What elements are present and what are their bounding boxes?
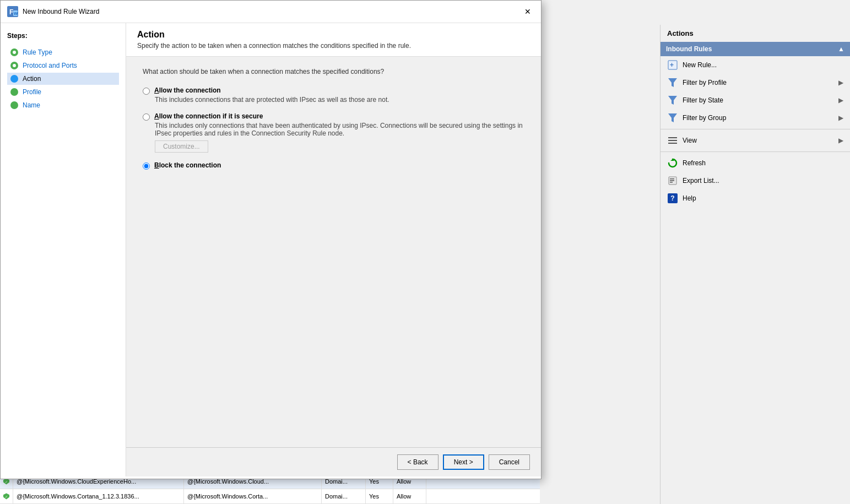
svg-rect-9 — [668, 137, 677, 138]
svg-text:✓: ✓ — [5, 495, 8, 498]
step-label: Action — [23, 75, 41, 83]
svg-rect-15 — [670, 180, 674, 181]
actions-item-filter-profile[interactable]: Filter by Profile▶ — [660, 74, 850, 91]
step-dot — [10, 75, 18, 83]
submenu-arrow-icon: ▶ — [838, 79, 843, 86]
customize-button[interactable]: Customize... — [155, 140, 208, 153]
actions-item-label: New Rule... — [683, 61, 717, 69]
table-cell: Domai... — [322, 489, 366, 503]
radio-options: Allow the connectionThis includes connec… — [143, 86, 524, 170]
step-label: Rule Type — [23, 48, 52, 56]
actions-item-label: View — [683, 137, 697, 144]
svg-rect-16 — [670, 182, 673, 183]
radio-input-block[interactable] — [143, 162, 150, 170]
step-item-action[interactable]: Action — [7, 73, 119, 85]
radio-input-allow-secure[interactable] — [143, 113, 150, 121]
steps-heading: Steps: — [7, 32, 119, 40]
radio-label[interactable]: Block the connection — [143, 161, 524, 170]
svg-text:W: W — [14, 11, 18, 16]
svg-rect-11 — [668, 143, 677, 144]
svg-rect-14 — [670, 178, 674, 180]
step-item-profile[interactable]: Profile — [7, 86, 119, 98]
next-button[interactable]: Next > — [443, 454, 484, 470]
wizard-heading: Action — [137, 30, 530, 40]
step-label: Profile — [23, 88, 41, 96]
wizard-content-header: Action Specify the action to be taken wh… — [126, 23, 541, 57]
wizard-content-body: What action should be taken when a conne… — [126, 57, 541, 447]
radio-label[interactable]: Allow the connection — [143, 86, 524, 95]
back-button[interactable]: < Back — [397, 454, 438, 470]
radio-description: This includes only connections that have… — [155, 122, 524, 137]
view-icon — [667, 135, 678, 146]
svg-marker-6 — [668, 78, 677, 87]
svg-point-21 — [13, 51, 16, 54]
inbound-rules-label: Inbound Rules — [666, 45, 712, 53]
submenu-arrow-icon: ▶ — [838, 114, 843, 122]
filter-icon — [667, 95, 678, 106]
inbound-rules-section[interactable]: Inbound Rules ▲ — [660, 42, 850, 56]
actions-divider — [660, 129, 850, 129]
table-row[interactable]: ✓@{Microsoft.Windows.Cortana_1.12.3.1836… — [0, 489, 540, 504]
step-dot — [10, 62, 18, 69]
actions-item-label: Export List... — [683, 177, 719, 185]
radio-title: Block the connection — [154, 161, 221, 169]
svg-rect-10 — [668, 140, 677, 141]
titlebar-icon: F W — [7, 6, 18, 17]
actions-item-new-rule[interactable]: +New Rule... — [660, 56, 850, 74]
step-item-protocol-ports[interactable]: Protocol and Ports — [7, 59, 119, 72]
wizard-description: Specify the action to be taken when a co… — [137, 42, 530, 50]
cancel-button[interactable]: Cancel — [489, 454, 530, 470]
svg-marker-7 — [668, 96, 677, 105]
wizard-main: Action Specify the action to be taken wh… — [126, 23, 541, 476]
new-rule-icon: + — [667, 59, 678, 71]
step-label: Name — [23, 101, 40, 109]
filter-icon — [667, 77, 678, 88]
row-icon: ✓ — [0, 489, 13, 503]
step-item-name[interactable]: Name — [7, 99, 119, 111]
radio-option-allow: Allow the connectionThis includes connec… — [143, 86, 524, 104]
actions-item-label: Filter by Profile — [683, 79, 727, 86]
actions-panel: Actions Inbound Rules ▲ +New Rule...Filt… — [660, 25, 850, 504]
step-label: Protocol and Ports — [23, 62, 77, 69]
svg-text:F: F — [9, 8, 13, 16]
actions-item-filter-group[interactable]: Filter by Group▶ — [660, 109, 850, 127]
svg-text:✓: ✓ — [5, 480, 8, 484]
question-text: What action should be taken when a conne… — [143, 68, 524, 75]
wizard-body: Steps: Rule TypeProtocol and PortsAction… — [1, 23, 541, 476]
wizard-steps: Steps: Rule TypeProtocol and PortsAction… — [1, 23, 126, 476]
actions-item-view[interactable]: View▶ — [660, 132, 850, 149]
table-cell: Yes — [366, 489, 393, 503]
step-item-rule-type[interactable]: Rule Type — [7, 46, 119, 58]
actions-panel-title: Actions — [660, 25, 850, 42]
actions-item-label: Help — [683, 194, 696, 202]
refresh-icon — [667, 158, 678, 169]
submenu-arrow-icon: ▶ — [838, 96, 843, 104]
actions-item-refresh[interactable]: Refresh — [660, 154, 850, 172]
step-dot — [10, 88, 18, 96]
submenu-arrow-icon: ▶ — [838, 137, 843, 144]
step-dot — [10, 101, 18, 109]
radio-input-allow[interactable] — [143, 88, 150, 95]
close-button[interactable]: ✕ — [521, 5, 534, 18]
wizard-dialog: F W New Inbound Rule Wizard ✕ Steps: Rul… — [0, 0, 542, 479]
radio-title: Allow the connection if it is secure — [154, 112, 263, 120]
actions-item-export-list[interactable]: Export List... — [660, 172, 850, 189]
actions-item-filter-state[interactable]: Filter by State▶ — [660, 91, 850, 109]
svg-point-22 — [13, 64, 16, 67]
wizard-footer: < Back Next > Cancel — [126, 447, 541, 476]
filter-icon — [667, 112, 678, 123]
export-icon — [667, 175, 678, 186]
table-cell: @{Microsoft.Windows.Cortana_1.12.3.1836.… — [13, 489, 184, 503]
table-cell: @{Microsoft.Windows.Corta... — [184, 489, 322, 503]
radio-title: Allow the connection — [154, 86, 221, 94]
svg-text:+: + — [670, 61, 674, 69]
actions-item-label: Filter by Group — [683, 114, 726, 122]
wizard-title: New Inbound Rule Wizard — [23, 8, 517, 15]
actions-divider — [660, 151, 850, 152]
steps-list: Rule TypeProtocol and PortsActionProfile… — [7, 46, 119, 111]
actions-item-help[interactable]: ?Help — [660, 189, 850, 207]
help-icon: ? — [667, 193, 678, 204]
actions-item-label: Filter by State — [683, 96, 723, 104]
table-cell: Allow — [393, 489, 426, 503]
radio-label[interactable]: Allow the connection if it is secure — [143, 112, 524, 121]
